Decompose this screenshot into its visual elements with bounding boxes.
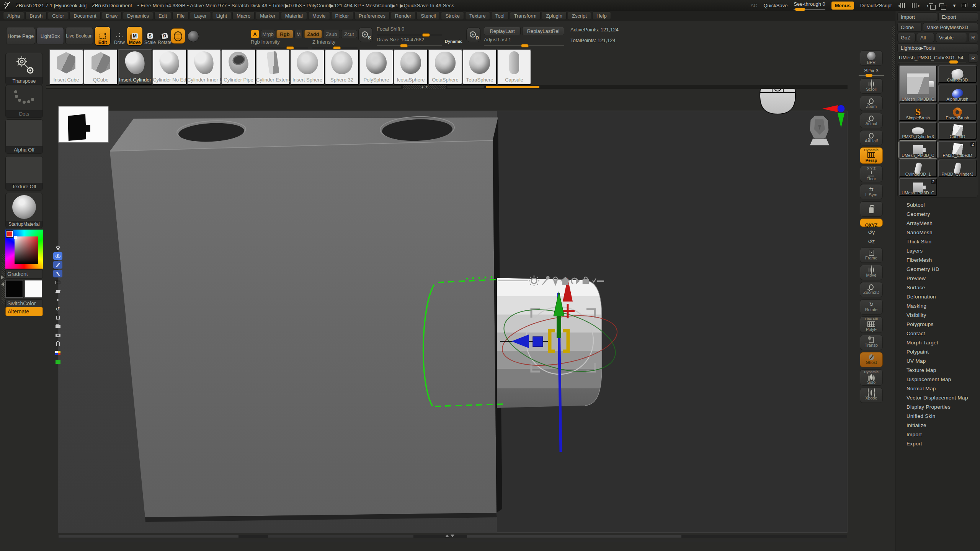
knife-icon[interactable] xyxy=(53,270,62,277)
tool-menu-item[interactable]: Subtool xyxy=(897,201,978,210)
undo-icon[interactable]: ↺ xyxy=(53,305,62,313)
right-rail-button[interactable]: QXYZ xyxy=(860,218,883,227)
menu-item[interactable]: Preferences xyxy=(354,11,390,20)
right-rail-button[interactable]: ↻ Rotate xyxy=(860,299,883,315)
tool-menu-item[interactable]: Polypaint xyxy=(897,347,978,357)
gradient-button[interactable]: Gradient xyxy=(5,269,43,279)
brush-tile[interactable]: QCube xyxy=(83,49,118,85)
material-selector-button[interactable]: StartupMaterial xyxy=(5,193,43,228)
tool-export-button[interactable]: Export xyxy=(938,12,978,21)
tool-menu-item[interactable]: Normal Map xyxy=(897,384,978,393)
spix-slider[interactable]: SPix 3 xyxy=(859,68,884,77)
rgb-button[interactable]: Rgb xyxy=(276,30,293,38)
goz-all-button[interactable]: All xyxy=(917,33,934,42)
menu-item[interactable]: Picker xyxy=(331,11,353,20)
tool-menu-item[interactable]: Geometry xyxy=(897,210,978,219)
menu-item[interactable]: Layer xyxy=(190,11,211,20)
camera-icon[interactable] xyxy=(53,331,62,339)
tool-menu-item[interactable]: UV Map xyxy=(897,357,978,366)
menu-item[interactable]: Alpha xyxy=(3,11,24,20)
tool-menu-item[interactable]: Masking xyxy=(897,302,978,311)
menu-item[interactable]: Edit xyxy=(154,11,171,20)
menu-item[interactable]: Transform xyxy=(510,11,541,20)
right-rail-button[interactable]: X Y Z Floor xyxy=(860,166,883,182)
brush-tile[interactable]: PolySphere xyxy=(359,49,394,85)
stroke-picker-button[interactable]: +S xyxy=(358,28,373,42)
next-layout-icon[interactable]: ▸ xyxy=(939,3,947,8)
tool-menu-item[interactable]: Displacement Map xyxy=(897,375,978,384)
brush-tile[interactable]: Insert Cylinder xyxy=(118,49,152,85)
brush-tile[interactable]: OctaSphere xyxy=(428,49,462,85)
tool-menu-item[interactable]: FiberMesh xyxy=(897,256,978,265)
tool-import-button[interactable]: Import xyxy=(897,12,937,21)
right-rail-button[interactable] xyxy=(860,201,883,217)
tool-menu-item[interactable]: Texture Map xyxy=(897,366,978,375)
draw-size-slider[interactable]: Draw Size 104.47682 xyxy=(377,37,442,47)
lightbox-tools-button[interactable]: Lightbox▶Tools xyxy=(897,43,978,52)
transpose-button[interactable]: Transpose xyxy=(5,53,43,85)
color-swatch-icon[interactable] xyxy=(53,358,62,365)
menu-item[interactable]: Stencil xyxy=(416,11,440,20)
frame-icon[interactable] xyxy=(53,279,62,286)
tool-menu-item[interactable]: Contact xyxy=(897,329,978,338)
tool-menu-item[interactable]: Geometry HD xyxy=(897,265,978,274)
menu-item[interactable]: File xyxy=(172,11,189,20)
tool-menu-item[interactable]: Surface xyxy=(897,283,978,292)
brush-tile[interactable]: Cylinder Pipe xyxy=(221,49,256,85)
right-rail-button[interactable]: Zoom xyxy=(860,96,883,111)
default-zscript-label[interactable]: DefaultZScript xyxy=(860,3,892,8)
see-through-slider[interactable]: See-through 0 xyxy=(794,1,825,10)
live-boolean-button[interactable]: Live Boolean xyxy=(65,28,93,44)
brush-tile[interactable]: Cylinder Extend xyxy=(256,49,290,85)
menu-item[interactable]: Stroke xyxy=(441,11,464,20)
zadd-button[interactable]: Zadd xyxy=(304,30,322,38)
dot-icon[interactable] xyxy=(53,296,62,304)
tool-menu-item[interactable]: Polygroups xyxy=(897,320,978,329)
secondary-color-swatch[interactable] xyxy=(24,280,42,298)
home-page-button[interactable]: Home Page xyxy=(6,28,35,44)
tool-thumbnail[interactable]: Cylinder3D xyxy=(938,65,977,83)
tool-menu-item[interactable]: NanoMesh xyxy=(897,228,978,237)
clone-button[interactable]: Clone xyxy=(897,23,922,32)
right-rail-button[interactable]: ↺y xyxy=(860,229,883,236)
brush-tile[interactable]: Insert Sphere xyxy=(290,49,325,85)
menu-item[interactable]: Tool xyxy=(491,11,509,20)
restore-button[interactable] xyxy=(962,4,966,7)
strip-scroll-thumb[interactable] xyxy=(486,86,539,88)
lightbox-button[interactable]: LightBox xyxy=(36,28,64,44)
left-tray-toggle-icon[interactable]: ◂ xyxy=(898,3,906,8)
menu-item[interactable]: Help xyxy=(592,11,611,20)
viewport-canvas[interactable] xyxy=(46,89,848,551)
tool-menu-item[interactable]: ArrayMesh xyxy=(897,219,978,228)
saturation-value-picker[interactable] xyxy=(15,236,38,264)
brush-tile[interactable]: IcosaSphere xyxy=(394,49,428,85)
rotate-mode-button[interactable]: R Rotate xyxy=(157,27,172,45)
right-tray-toggle-icon[interactable]: ▸ xyxy=(912,3,920,8)
m-button[interactable]: M xyxy=(294,30,303,38)
menu-item[interactable]: Dynamics xyxy=(123,11,153,20)
goz-r-button[interactable]: R xyxy=(968,33,978,42)
tool-menu-item[interactable]: Export xyxy=(897,439,978,448)
menus-button[interactable]: Menus xyxy=(831,2,854,10)
menu-item[interactable]: Render xyxy=(391,11,416,20)
tool-menu-item[interactable]: Display Properties xyxy=(897,403,978,412)
right-rail-button[interactable]: ↺z xyxy=(860,238,883,245)
zsub-button[interactable]: Zsub xyxy=(323,30,340,38)
tool-menu-item[interactable]: Layers xyxy=(897,246,978,256)
bpr-render-button[interactable]: BPR xyxy=(860,51,883,66)
pencil-icon[interactable] xyxy=(53,261,62,269)
tool-menu-item[interactable]: Preview xyxy=(897,274,978,283)
tool-selector-slider[interactable]: UMesh_PM3D_Cube3D1. 54 xyxy=(897,54,967,63)
tray-open-arrow-icon[interactable] xyxy=(1,276,4,279)
printer-icon[interactable] xyxy=(53,323,62,330)
menu-item[interactable]: Movie xyxy=(308,11,330,20)
tool-menu-item[interactable]: Deformation xyxy=(897,292,978,302)
tool-menu-item[interactable]: Thick Skin xyxy=(897,237,978,246)
menu-item[interactable]: Brush xyxy=(25,11,47,20)
strip-scrollbar[interactable]: ▲▼ xyxy=(46,85,848,89)
brush-tile[interactable]: Insert Cube xyxy=(49,49,83,85)
color-picker[interactable] xyxy=(5,230,43,269)
sv-selector[interactable] xyxy=(14,236,17,239)
eraser-icon[interactable] xyxy=(53,287,62,295)
trash-icon[interactable] xyxy=(53,314,62,321)
